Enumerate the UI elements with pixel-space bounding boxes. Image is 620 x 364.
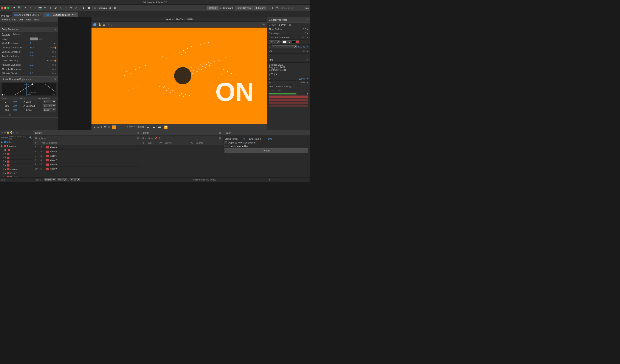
kf-clear-btn[interactable]: × xyxy=(9,113,11,117)
lr-expand-ellipse[interactable]: ▶ xyxy=(1,141,3,143)
tab-close-effect[interactable]: × xyxy=(40,14,41,16)
body-row-3[interactable]: 8 A Mask 7 xyxy=(33,158,141,162)
layers-lock-icon[interactable]: 🔒 xyxy=(7,131,9,134)
bp-vel-mag-value[interactable]: 33.6 xyxy=(30,46,50,49)
newton-menu-item-edit[interactable]: Edit xyxy=(19,18,23,21)
lr-expand-transform[interactable]: ▶ xyxy=(1,145,3,147)
bp-ae-damp-rand[interactable]: ⊗ xyxy=(54,68,56,70)
joints-tool-4[interactable]: ✏ xyxy=(151,137,154,140)
bp-ang-damp-value[interactable]: 0.0 xyxy=(30,63,52,66)
gp-alt-expand[interactable]: ▼ xyxy=(306,50,308,53)
gp-pct2-expand[interactable]: ▼ xyxy=(306,81,308,84)
gp-close-btn[interactable]: × xyxy=(307,18,308,21)
redo-tool[interactable]: ↪ xyxy=(28,6,32,10)
bp-random-icon[interactable]: ⊗ xyxy=(42,38,43,40)
bp-color-swatch[interactable] xyxy=(30,37,38,40)
step-fwd-btn[interactable]: ⏭ xyxy=(157,125,162,129)
gp-tab-solver[interactable]: Solver xyxy=(279,23,286,26)
shape-tool[interactable]: ⤢ xyxy=(74,6,78,10)
info-tab-actions[interactable]: Actions History xyxy=(275,85,291,88)
magnet-icon[interactable]: ⊕ xyxy=(108,6,112,10)
puppet-tool[interactable]: ✡ xyxy=(69,6,73,10)
tf-bold-2[interactable]: T xyxy=(271,73,273,76)
bp-ae-damp-link[interactable]: ⊕ xyxy=(52,68,54,70)
stamp-tool[interactable]: ◇ xyxy=(59,6,63,10)
kf-checkbox-1[interactable] xyxy=(2,105,4,107)
gp-substeps-value[interactable]: 10 xyxy=(304,32,306,35)
newton-menu-item-newton[interactable]: Newton xyxy=(2,18,10,21)
tl-nav-right[interactable]: ► xyxy=(271,179,273,181)
kf-close-btn[interactable]: × xyxy=(54,77,56,81)
gp-coll-tol-value[interactable]: 25.0 xyxy=(302,36,306,39)
bodies-tool-4[interactable]: ✏ xyxy=(44,137,46,140)
tf-bold-1[interactable]: T xyxy=(269,73,270,76)
bodies-tool-3[interactable]: ⊕ xyxy=(41,137,43,140)
gp-swatch-select-2[interactable] xyxy=(275,40,280,44)
bp-ae-damp-value[interactable]: 0.5 xyxy=(30,68,52,70)
gp-time-divider-value[interactable]: 3.0 xyxy=(303,28,306,30)
viewer-zoom-out-icon[interactable]: ◄ xyxy=(93,126,95,128)
toggle-label[interactable]: Toggle Switches / Modes xyxy=(192,179,216,181)
bp-vel-mag-link[interactable]: ⊕ xyxy=(50,46,52,49)
gp-black-swatch[interactable] xyxy=(292,40,295,44)
comp-grid-tool[interactable]: ⊞ xyxy=(103,23,106,26)
bp-lin-damp-value[interactable]: 0.0 xyxy=(30,59,47,62)
gp-red-swatch[interactable] xyxy=(296,40,299,44)
tf-subscript[interactable]: T xyxy=(276,73,277,76)
kf-add-btn[interactable]: + xyxy=(2,113,4,117)
bp-ang-vel-rand[interactable]: ⊗ xyxy=(54,55,56,58)
stop-btn[interactable]: ⏹ xyxy=(87,6,91,10)
libraries-btn[interactable]: Libraries xyxy=(254,6,267,10)
search-help-input[interactable] xyxy=(280,6,301,10)
bp-vel-mag-rand[interactable]: ⊗ xyxy=(52,46,54,49)
kf-value-1[interactable]: 2.0 xyxy=(13,105,22,107)
play-btn[interactable]: ▶ xyxy=(82,6,86,10)
kf-checkbox-0[interactable] xyxy=(2,101,4,103)
bp-lin-damp-rand[interactable]: ⊗ xyxy=(52,59,54,62)
layers-shy-icon[interactable]: 👻 xyxy=(10,131,13,134)
select-tool[interactable]: ▼ xyxy=(12,6,16,10)
bp-vel-dir-value[interactable]: 0.0 xyxy=(30,51,52,53)
body-row-1[interactable]: 6 B Mask 5 xyxy=(33,150,141,154)
bp-ang-damp-link[interactable]: ⊕ xyxy=(52,64,54,66)
bodies-tool-5[interactable]: 🗑 xyxy=(137,137,140,140)
bodies-tool-1[interactable]: ⊞ xyxy=(35,137,37,140)
layers-solo-icon[interactable]: ◉ xyxy=(4,131,6,134)
joints-tool-2[interactable]: ◻ xyxy=(145,137,147,140)
bp-ang-vel-value[interactable]: 0.0 xyxy=(30,55,52,58)
lr-expand-6[interactable]: ▶ xyxy=(5,164,6,167)
lr-expand-mask6[interactable]: ▶ xyxy=(5,168,6,170)
body-row-5[interactable]: 10 C Mask 9 xyxy=(33,167,141,171)
gp-swatch-select-3[interactable] xyxy=(286,40,292,44)
joints-close-btn[interactable]: × xyxy=(219,131,221,135)
lr-expand-4[interactable]: ▶ xyxy=(5,156,6,159)
bp-ae-tens-value[interactable]: 1.0 xyxy=(30,72,52,75)
joints-tool-1[interactable]: ⊞ xyxy=(142,137,144,140)
project-menu-icon[interactable]: ≡ xyxy=(9,15,11,17)
loop-btn[interactable]: 🔁 xyxy=(163,125,169,129)
gp-swatch-select-1[interactable] xyxy=(269,40,274,44)
undo-tool[interactable]: ↩ xyxy=(22,6,27,10)
gp-size-select[interactable] xyxy=(272,46,297,48)
gp-white-swatch[interactable] xyxy=(282,40,286,44)
text-tool[interactable]: T xyxy=(48,6,53,10)
body-row-2[interactable]: 7 C Mask 6 xyxy=(33,154,141,158)
mask6-none-select-2[interactable]: None xyxy=(70,178,80,181)
kf-value-0[interactable]: 0.0 xyxy=(13,100,22,103)
gp-progress-thumb[interactable] xyxy=(307,93,308,94)
viewer-timeline-icon[interactable]: ⏮ xyxy=(97,126,99,128)
standard-workspace-label[interactable]: Standard xyxy=(223,7,233,9)
gp-edit-icon[interactable]: ✏ xyxy=(280,41,282,44)
gp-pct-expand[interactable]: ▼ xyxy=(306,78,308,80)
kf-interp-select-1[interactable]: Ease Out Linear Ease xyxy=(43,104,56,107)
bodies-close-btn[interactable]: × xyxy=(137,131,139,135)
newton-menu-item-help[interactable]: Help xyxy=(34,18,39,21)
eraser-tool[interactable]: ◻ xyxy=(64,6,68,10)
info-tab-info[interactable]: Info xyxy=(269,85,273,88)
kf-interp-select-2[interactable]: Linear Ease Ease Out xyxy=(43,108,56,111)
viewer-zoom-in-icon[interactable]: 🔍 xyxy=(104,126,107,128)
small-screen-btn[interactable]: Small Screen xyxy=(235,6,252,10)
skip-start-btn[interactable]: ⏮ xyxy=(146,125,151,129)
bp-ang-vel-link[interactable]: ⊕ xyxy=(52,55,54,58)
bp-vel-dir-link[interactable]: ⊕ xyxy=(52,51,54,53)
